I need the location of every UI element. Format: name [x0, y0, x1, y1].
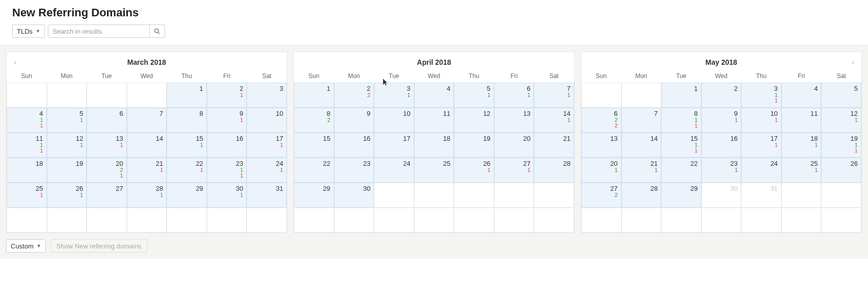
- calendar-day[interactable]: 14: [621, 133, 662, 158]
- calendar-day[interactable]: 101: [741, 108, 781, 133]
- calendar-day[interactable]: 18: [414, 133, 454, 158]
- chevron-left-icon[interactable]: ‹: [14, 58, 16, 66]
- calendar-day[interactable]: 17: [374, 133, 414, 158]
- calendar-day[interactable]: 8: [167, 108, 207, 133]
- calendar-day[interactable]: 181: [781, 133, 822, 158]
- calendar-day[interactable]: 2021: [87, 158, 127, 183]
- calendar-day[interactable]: 4: [414, 83, 454, 108]
- tlds-dropdown[interactable]: TLDs ▼: [12, 24, 45, 38]
- calendar-day[interactable]: 9: [334, 108, 374, 133]
- calendar-day[interactable]: 21: [207, 83, 247, 108]
- calendar-day[interactable]: 1: [167, 83, 207, 108]
- calendar-day[interactable]: 25: [414, 158, 454, 183]
- calendar-day[interactable]: 4: [781, 83, 822, 108]
- calendar-day[interactable]: 51: [47, 108, 87, 133]
- calendar-day[interactable]: 811: [661, 108, 701, 133]
- calendar-day[interactable]: 20: [494, 133, 534, 158]
- calendar-day[interactable]: 13: [494, 108, 534, 133]
- calendar-day[interactable]: 10: [247, 108, 287, 133]
- day-number: 30: [702, 185, 738, 192]
- calendar-day[interactable]: 61: [494, 83, 534, 108]
- calendar-day[interactable]: 211: [621, 158, 662, 183]
- calendar-day[interactable]: 24: [374, 158, 414, 183]
- calendar-day[interactable]: 1911: [821, 133, 861, 158]
- calendar-day[interactable]: 29: [661, 183, 701, 208]
- calendar-day[interactable]: 121: [47, 133, 87, 158]
- calendar-day[interactable]: 30: [334, 183, 374, 208]
- search-input[interactable]: [48, 25, 149, 37]
- calendar-day[interactable]: 22: [294, 158, 334, 183]
- calendar-day[interactable]: 1511: [661, 133, 701, 158]
- calendar-day[interactable]: 19: [454, 133, 494, 158]
- calendar-day[interactable]: 10: [374, 108, 414, 133]
- calendar-day[interactable]: 31: [247, 183, 287, 208]
- calendar-day[interactable]: 251: [781, 158, 822, 183]
- calendar-day[interactable]: 241: [247, 158, 287, 183]
- calendar-day[interactable]: 22: [334, 83, 374, 108]
- calendar-day[interactable]: 1111: [7, 133, 47, 158]
- calendar-day[interactable]: 7: [621, 108, 662, 133]
- calendar-day[interactable]: 30: [701, 183, 742, 208]
- calendar-day[interactable]: 11: [414, 108, 454, 133]
- calendar-day[interactable]: 7: [127, 108, 167, 133]
- calendar-day[interactable]: 2: [701, 83, 742, 108]
- calendar-day[interactable]: 16: [701, 133, 742, 158]
- calendar-day[interactable]: 22: [661, 158, 701, 183]
- calendar-day[interactable]: 221: [167, 158, 207, 183]
- calendar-day[interactable]: 131: [87, 133, 127, 158]
- calendar-day[interactable]: 6: [87, 108, 127, 133]
- calendar-day[interactable]: 271: [494, 158, 534, 183]
- calendar-day[interactable]: 13: [581, 133, 621, 158]
- calendar-day[interactable]: 3: [247, 83, 287, 108]
- calendar-day[interactable]: 15: [294, 133, 334, 158]
- calendar-day[interactable]: 29: [294, 183, 334, 208]
- calendar-day[interactable]: 18: [7, 158, 47, 183]
- calendar-day[interactable]: 231: [701, 158, 742, 183]
- calendar-day[interactable]: 211: [127, 158, 167, 183]
- calendar-day[interactable]: 28: [621, 183, 662, 208]
- calendar-day[interactable]: 1: [661, 83, 701, 108]
- calendar-day[interactable]: 301: [207, 183, 247, 208]
- calendar-day[interactable]: 82: [294, 108, 334, 133]
- calendar-day[interactable]: 31: [741, 183, 781, 208]
- calendar-day[interactable]: 311: [741, 83, 781, 108]
- calendar-day[interactable]: 201: [581, 158, 621, 183]
- calendar-day[interactable]: 71: [534, 83, 574, 108]
- calendar-day[interactable]: 281: [127, 183, 167, 208]
- calendar-day[interactable]: 28: [534, 158, 574, 183]
- calendar-day[interactable]: 1: [294, 83, 334, 108]
- chevron-right-icon[interactable]: ›: [852, 58, 854, 66]
- calendar-day[interactable]: 5: [821, 83, 861, 108]
- calendar-day[interactable]: 12: [454, 108, 494, 133]
- calendar-day[interactable]: 272: [581, 183, 621, 208]
- calendar-day[interactable]: 26: [821, 158, 861, 183]
- calendar-day[interactable]: 11: [781, 108, 822, 133]
- custom-dropdown[interactable]: Custom ▼: [6, 239, 46, 253]
- calendar-day[interactable]: 51: [454, 83, 494, 108]
- calendar-day[interactable]: 121: [821, 108, 861, 133]
- calendar-day[interactable]: 2311: [207, 158, 247, 183]
- calendar-day[interactable]: 91: [701, 108, 742, 133]
- calendar-day[interactable]: 19: [47, 158, 87, 183]
- calendar-day[interactable]: 23: [334, 158, 374, 183]
- calendar-day[interactable]: 14: [127, 133, 167, 158]
- calendar-day[interactable]: 151: [167, 133, 207, 158]
- calendar-day[interactable]: 171: [741, 133, 781, 158]
- calendar-day[interactable]: 141: [534, 108, 574, 133]
- calendar-day[interactable]: 16: [334, 133, 374, 158]
- calendar-day[interactable]: 16: [207, 133, 247, 158]
- calendar-day[interactable]: 261: [454, 158, 494, 183]
- calendar-day[interactable]: 251: [7, 183, 47, 208]
- calendar-day[interactable]: 21: [534, 133, 574, 158]
- calendar-day[interactable]: 171: [247, 133, 287, 158]
- calendar-day[interactable]: 91: [207, 108, 247, 133]
- calendar-day[interactable]: 27: [87, 183, 127, 208]
- calendar-day[interactable]: 31: [374, 83, 414, 108]
- calendar-day[interactable]: 622: [581, 108, 621, 133]
- calendar-day[interactable]: 24: [741, 158, 781, 183]
- calendar-day[interactable]: 261: [47, 183, 87, 208]
- calendar-day[interactable]: 411: [7, 108, 47, 133]
- calendar-day[interactable]: 29: [167, 183, 207, 208]
- info-icon[interactable]: i: [141, 7, 142, 12]
- search-button[interactable]: [149, 25, 165, 37]
